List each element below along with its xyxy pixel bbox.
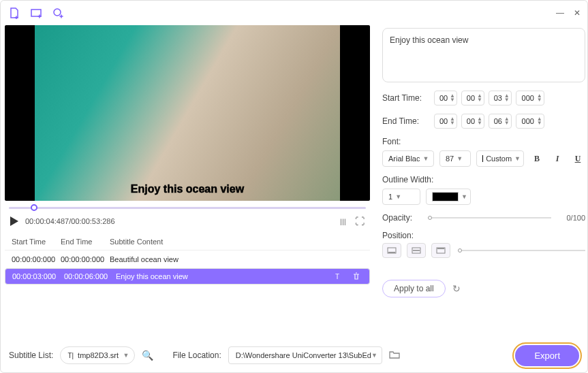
end-ms-spinner[interactable]: 000▲▼ bbox=[516, 114, 544, 129]
open-folder-icon[interactable] bbox=[389, 350, 400, 361]
bold-button[interactable]: B bbox=[529, 151, 544, 166]
video-controls: 00:00:04:487/00:00:53:286 ⫼ ⛶ bbox=[5, 213, 370, 229]
left-panel: Enjoy this ocean view 00:00:04:487/00:00… bbox=[1, 25, 374, 338]
waveform-icon[interactable]: ⫼ bbox=[339, 216, 348, 227]
subtitle-list-label: Subtitle List: bbox=[9, 351, 53, 360]
start-time-label: Start Time: bbox=[382, 93, 430, 103]
svg-point-1 bbox=[54, 9, 61, 16]
subtitle-file-select[interactable]: T|tmp82D3.srt▼ bbox=[60, 346, 135, 364]
right-panel: Enjoy this ocean view Start Time: 00▲▼ 0… bbox=[374, 25, 588, 338]
video-preview[interactable]: Enjoy this ocean view bbox=[5, 25, 370, 201]
start-sec-spinner[interactable]: 03▲▼ bbox=[489, 91, 512, 106]
start-time-row: Start Time: 00▲▼ 00▲▼ 03▲▼ 000▲▼ bbox=[382, 91, 585, 106]
position-slider[interactable] bbox=[460, 250, 585, 251]
subtitle-text-input[interactable]: Enjoy this ocean view bbox=[382, 28, 585, 82]
timecode: 00:00:04:487/00:00:53:286 bbox=[25, 217, 115, 225]
play-button[interactable] bbox=[10, 216, 18, 226]
table-row[interactable]: 00:00:00:000 00:00:00:000 Beautiful ocea… bbox=[5, 250, 370, 268]
position-label: Position: bbox=[382, 231, 585, 240]
search-subtitle-icon[interactable]: 🔍 bbox=[142, 350, 153, 361]
position-bottom-button[interactable] bbox=[382, 243, 401, 258]
outline-label: Outline Width: bbox=[382, 175, 585, 184]
minimize-button[interactable]: — bbox=[556, 8, 564, 18]
add-file-icon[interactable] bbox=[7, 6, 21, 20]
subtitle-table: Start Time End Time Subtitle Content 00:… bbox=[5, 233, 370, 285]
file-location-label: File Location: bbox=[172, 351, 221, 360]
font-label: Font: bbox=[382, 137, 585, 146]
position-middle-button[interactable] bbox=[407, 243, 426, 258]
titlebar: — ✕ bbox=[1, 1, 587, 25]
header-end: End Time bbox=[61, 238, 110, 246]
svg-text:T: T bbox=[335, 273, 339, 280]
end-min-spinner[interactable]: 00▲▼ bbox=[461, 114, 484, 129]
outline-width-select[interactable]: 1▼ bbox=[382, 189, 420, 205]
translate-icon[interactable]: T bbox=[332, 270, 345, 282]
apply-to-all-button[interactable]: Apply to all bbox=[382, 280, 446, 297]
position-top-button[interactable] bbox=[431, 243, 450, 258]
svg-rect-4 bbox=[388, 252, 395, 253]
font-size-select[interactable]: 87▼ bbox=[439, 150, 471, 167]
video-progress[interactable] bbox=[9, 204, 366, 212]
end-sec-spinner[interactable]: 06▲▼ bbox=[489, 114, 512, 129]
header-start: Start Time bbox=[12, 238, 61, 246]
subtitle-overlay: Enjoy this ocean view bbox=[131, 183, 244, 195]
opacity-slider[interactable] bbox=[430, 217, 551, 218]
underline-button[interactable]: U bbox=[570, 151, 585, 166]
end-time-label: End Time: bbox=[382, 116, 430, 126]
start-ms-spinner[interactable]: 000▲▼ bbox=[516, 91, 544, 106]
header-content: Subtitle Content bbox=[110, 238, 363, 246]
opacity-row: Opacity: 0/100 bbox=[382, 213, 585, 223]
reset-icon[interactable]: ↻ bbox=[452, 283, 461, 294]
svg-rect-8 bbox=[437, 248, 444, 250]
fullscreen-icon[interactable]: ⛶ bbox=[355, 216, 365, 227]
end-time-row: End Time: 00▲▼ 00▲▼ 06▲▼ 000▲▼ bbox=[382, 114, 585, 129]
start-hour-spinner[interactable]: 00▲▼ bbox=[434, 91, 457, 106]
outline-color-select[interactable]: ▼ bbox=[426, 189, 471, 205]
font-color-select[interactable]: Custom▼ bbox=[476, 150, 524, 167]
add-folder-icon[interactable] bbox=[29, 6, 43, 20]
table-row[interactable]: 00:00:03:000 00:00:06:000 Enjoy this oce… bbox=[5, 268, 370, 285]
svg-rect-6 bbox=[413, 250, 420, 251]
opacity-label: Opacity: bbox=[382, 213, 423, 223]
close-button[interactable]: ✕ bbox=[574, 8, 581, 18]
end-hour-spinner[interactable]: 00▲▼ bbox=[434, 114, 457, 129]
start-min-spinner[interactable]: 00▲▼ bbox=[461, 91, 484, 106]
add-url-icon[interactable] bbox=[51, 6, 65, 20]
font-family-select[interactable]: Arial Blac▼ bbox=[382, 150, 434, 167]
main-area: Enjoy this ocean view 00:00:04:487/00:00… bbox=[1, 25, 587, 338]
italic-button[interactable]: I bbox=[550, 151, 565, 166]
file-location-select[interactable]: D:\Wondershare UniConverter 13\SubEd▼ bbox=[228, 346, 382, 364]
delete-icon[interactable] bbox=[350, 270, 362, 282]
bottom-bar: Subtitle List: T|tmp82D3.srt▼ 🔍 File Loc… bbox=[1, 338, 587, 372]
export-button[interactable]: Export bbox=[515, 345, 579, 366]
opacity-value: 0/100 bbox=[558, 214, 585, 222]
